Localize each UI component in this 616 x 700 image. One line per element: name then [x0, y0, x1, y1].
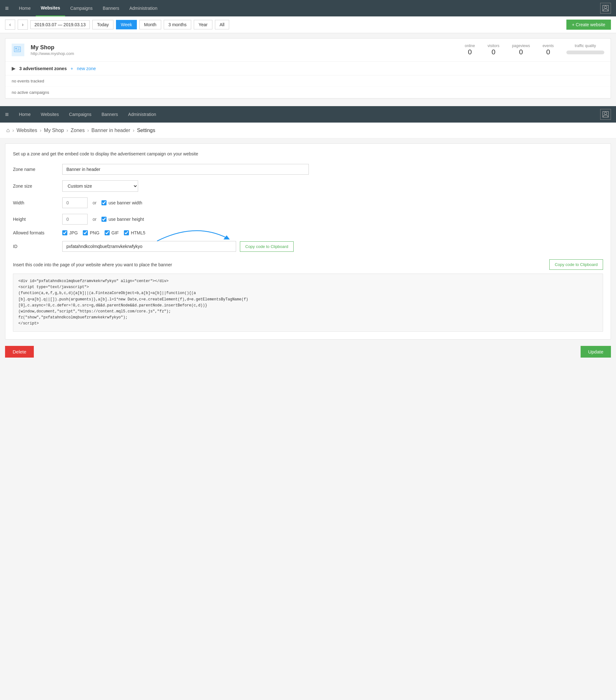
stat-online: online 0: [465, 43, 475, 56]
format-jpg-text: JPG: [69, 230, 78, 235]
format-html5-checkbox[interactable]: [124, 230, 129, 235]
stat-events-value: 0: [543, 48, 554, 56]
nav-campaigns-2[interactable]: Campaigns: [64, 106, 96, 123]
website-info: My Shop http://www.myshop.com: [30, 44, 74, 56]
nav-home-1[interactable]: Home: [14, 0, 36, 16]
hamburger-icon-1[interactable]: ≡: [5, 5, 9, 12]
id-row: ID Copy code to Clipboard: [13, 241, 603, 252]
crumb-zones[interactable]: Zones: [71, 128, 85, 133]
nav-administration-1[interactable]: Administration: [124, 0, 162, 16]
nav-banners-2[interactable]: Banners: [96, 106, 123, 123]
delete-button[interactable]: Delete: [5, 346, 34, 358]
id-label: ID: [13, 244, 57, 249]
home-icon[interactable]: ⌂: [6, 127, 10, 134]
stat-pageviews: pageviews 0: [512, 43, 530, 56]
stat-visitors-label: visitors: [488, 43, 500, 48]
width-label: Width: [13, 200, 57, 205]
zone-size-select[interactable]: Custom sizeFixed size: [62, 180, 138, 192]
sep-2: ›: [66, 128, 68, 133]
format-html5-text: HTML5: [131, 230, 145, 235]
period-week[interactable]: Week: [116, 20, 137, 29]
toolbar: ‹ › 2019.03.07 — 2019.03.13 Today Week M…: [0, 16, 616, 33]
stat-events-label: events: [543, 43, 554, 48]
profile-icon-1[interactable]: [600, 3, 611, 14]
prev-button[interactable]: ‹: [5, 20, 15, 30]
embed-header: Insert this code into the page of your w…: [13, 259, 603, 270]
format-png-label: PNG: [83, 230, 99, 235]
plus-icon: +: [71, 66, 73, 71]
nav-links-2: Home Websites Campaigns Banners Administ…: [14, 106, 600, 123]
format-html5-label: HTML5: [124, 230, 145, 235]
new-zone-link[interactable]: new zone: [77, 66, 96, 71]
website-url[interactable]: http://www.myshop.com: [30, 51, 74, 56]
form-section: Set up a zone and get the embed code to …: [5, 143, 611, 340]
nav-websites-1[interactable]: Websites: [36, 0, 65, 16]
nav-banners-1[interactable]: Banners: [98, 0, 124, 16]
formats-row: Allowed formats JPG PNG GIF HTML5: [13, 230, 603, 235]
navbar-2: ≡ Home Websites Campaigns Banners Admini…: [0, 106, 616, 123]
width-input[interactable]: [62, 197, 88, 208]
period-all[interactable]: All: [215, 20, 230, 29]
nav-administration-2[interactable]: Administration: [123, 106, 161, 123]
zone-size-label: Zone size: [13, 184, 57, 189]
height-input[interactable]: [62, 214, 88, 225]
zones-label: 3 advertisement zones: [19, 66, 67, 71]
next-button[interactable]: ›: [18, 20, 28, 30]
website-name: My Shop: [30, 44, 74, 51]
format-jpg-checkbox[interactable]: [62, 230, 67, 235]
stat-visitors-value: 0: [488, 48, 500, 56]
nav-home-2[interactable]: Home: [14, 106, 36, 123]
date-range: 2019.03.07 — 2019.03.13: [30, 20, 90, 29]
svg-rect-5: [18, 49, 20, 50]
width-checkbox[interactable]: [101, 200, 107, 205]
code-block: <div id="pxfatahndkcolmqbuefzramvkekrwfy…: [13, 274, 603, 332]
height-row: Height or use banner height: [13, 214, 603, 225]
width-checkbox-text: use banner width: [108, 200, 142, 205]
format-jpg-label: JPG: [62, 230, 78, 235]
period-year[interactable]: Year: [194, 20, 212, 29]
zones-row: ▶ 3 advertisement zones + new zone: [5, 62, 611, 75]
width-row: Width or use banner width: [13, 197, 603, 208]
width-or: or: [93, 200, 96, 205]
crumb-banner-header[interactable]: Banner in header: [91, 128, 130, 133]
svg-marker-9: [223, 235, 230, 239]
zone-size-row: Zone size Custom sizeFixed size: [13, 180, 603, 192]
format-gif-label: GIF: [104, 230, 119, 235]
crumb-settings: Settings: [137, 128, 155, 133]
zone-name-label: Zone name: [13, 167, 57, 172]
nav-websites-2[interactable]: Websites: [36, 106, 64, 123]
period-3months[interactable]: 3 months: [164, 20, 192, 29]
id-input[interactable]: [62, 241, 236, 252]
website-card-section: My Shop http://www.myshop.com online 0 v…: [5, 38, 611, 99]
update-button[interactable]: Update: [581, 346, 611, 358]
traffic-quality-bar: [566, 51, 604, 54]
copy-code-button-1[interactable]: Copy code to Clipboard: [240, 241, 294, 252]
crumb-myshop[interactable]: My Shop: [44, 128, 64, 133]
svg-point-8: [604, 112, 607, 115]
period-today[interactable]: Today: [92, 20, 113, 29]
embed-section: Insert this code into the page of your w…: [13, 259, 603, 332]
zones-toggle[interactable]: ▶: [12, 65, 15, 71]
stat-visitors: visitors 0: [488, 43, 500, 56]
svg-point-1: [604, 6, 607, 9]
create-website-button[interactable]: + Create website: [566, 20, 611, 30]
format-png-checkbox[interactable]: [83, 230, 88, 235]
nav-campaigns-1[interactable]: Campaigns: [65, 0, 98, 16]
width-checkbox-label: use banner width: [101, 200, 142, 205]
profile-icon-2[interactable]: [600, 109, 611, 120]
stat-traffic-label: traffic quality: [566, 43, 604, 48]
crumb-websites[interactable]: Websites: [16, 128, 37, 133]
copy-code-button-2[interactable]: Copy code to Clipboard: [549, 259, 603, 270]
zone-name-row: Zone name: [13, 164, 603, 175]
format-gif-checkbox[interactable]: [104, 230, 110, 235]
period-month[interactable]: Month: [139, 20, 161, 29]
height-checkbox[interactable]: [101, 217, 107, 222]
formats-label: Allowed formats: [13, 230, 57, 235]
svg-rect-4: [18, 48, 20, 48]
breadcrumb: ⌂ › Websites › My Shop › Zones › Banner …: [0, 123, 616, 138]
format-png-text: PNG: [90, 230, 99, 235]
svg-rect-6: [15, 50, 20, 51]
zone-name-input[interactable]: [62, 164, 309, 175]
navbar-1: ≡ Home Websites Campaigns Banners Admini…: [0, 0, 616, 16]
hamburger-icon-2[interactable]: ≡: [5, 111, 9, 118]
